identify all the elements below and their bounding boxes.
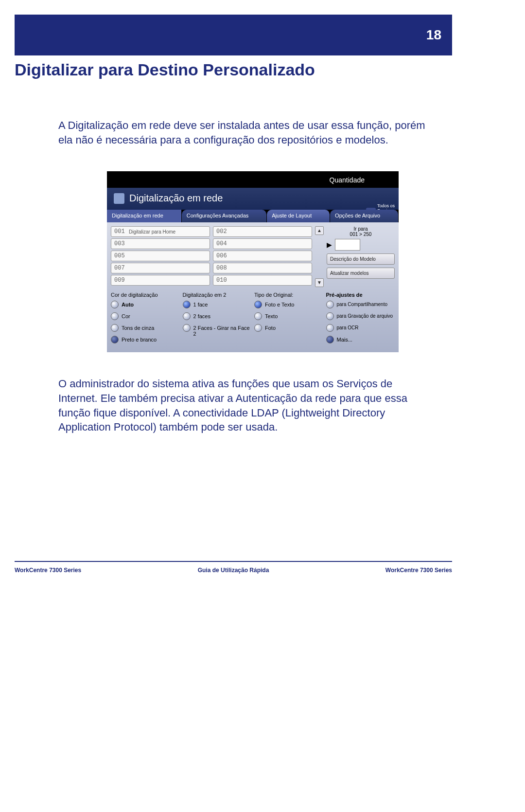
template-list-right: 002 004 006 008 010 [213, 226, 312, 287]
original-column: Tipo de Original: Foto e Texto Texto Fot… [254, 292, 323, 347]
device-screenshot: Quantidade Todos os Serviços Digitalizaç… [107, 171, 399, 352]
item-number: 005 [114, 253, 129, 259]
radio-icon [111, 324, 119, 332]
screen-title: Digitalização em rede [129, 193, 223, 204]
footer-left: WorkCentre 7300 Series [15, 567, 81, 574]
radio-icon [326, 301, 334, 308]
tab-layout-adjust[interactable]: Ajuste de Layout [267, 210, 330, 222]
radio-label: Tons de cinza [122, 324, 154, 331]
scroll-up-button[interactable]: ▲ [315, 226, 324, 235]
header-bar: 18 [15, 15, 452, 55]
item-text: Digitalizar para Home [129, 229, 175, 235]
refresh-templates-button[interactable]: Atualizar modelos [327, 268, 395, 279]
screen-top-bar: Quantidade [107, 171, 399, 188]
radio-icon [111, 301, 119, 308]
radio-icon [326, 312, 334, 320]
list-item[interactable]: 004 [213, 238, 312, 249]
radio-icon [111, 312, 119, 320]
preset-ocr[interactable]: para OCR [326, 324, 395, 332]
radio-icon [254, 312, 262, 320]
radio-label: Preto e branco [122, 336, 157, 343]
template-description-button[interactable]: Descrição do Modelo [327, 253, 395, 265]
quantity-label: Quantidade [330, 176, 365, 184]
radio-label: para Gravação de arquivo [337, 312, 393, 319]
tab-network-scan[interactable]: Digitalização em rede [107, 210, 182, 222]
tab-label: Ajuste de Layout [272, 213, 312, 218]
tab-strip: Digitalização em rede Configurações Avan… [107, 210, 399, 222]
preset-more[interactable]: Mais... [326, 336, 395, 343]
page-number: 18 [426, 27, 441, 43]
color-column: Cor de digitalização Auto Cor Tons de ci… [111, 292, 180, 347]
radio-icon [326, 324, 334, 332]
item-number: 004 [216, 240, 231, 247]
radio-icon [254, 301, 262, 308]
main-panel: 001Digitalizar para Home 003 005 007 009… [107, 222, 399, 352]
radio-icon [183, 324, 191, 332]
list-item[interactable]: 010 [213, 275, 312, 286]
footer-center: Guia de Utilização Rápida [198, 567, 269, 574]
radio-icon [183, 312, 191, 320]
radio-text[interactable]: Texto [254, 312, 323, 320]
item-number: 003 [114, 240, 129, 247]
intro-paragraph: A Digitalização em rede deve ser instala… [58, 118, 433, 147]
radio-icon [326, 336, 334, 343]
tab-label: Configurações Avançadas [187, 213, 249, 218]
sides-column: Digitalização em 2 1 face 2 faces 2 Face… [183, 292, 252, 347]
page: 18 Digitalizar para Destino Personalizad… [15, 15, 452, 574]
radio-2sided[interactable]: 2 faces [183, 312, 252, 320]
preset-archive[interactable]: para Gravação de arquivo [326, 312, 395, 320]
list-item[interactable]: 009 [111, 275, 210, 286]
options-row: Cor de digitalização Auto Cor Tons de ci… [111, 292, 395, 347]
goto-input[interactable] [335, 239, 360, 251]
list-item[interactable]: 008 [213, 263, 312, 273]
template-list-left: 001Digitalizar para Home 003 005 007 009 [111, 226, 210, 287]
radio-photo-text[interactable]: Foto e Texto [254, 301, 323, 308]
radio-label: Auto [122, 301, 134, 307]
radio-grayscale[interactable]: Tons de cinza [111, 324, 180, 332]
radio-label: 2 Faces - Girar na Face 2 [193, 324, 252, 337]
radio-2sided-rotate[interactable]: 2 Faces - Girar na Face 2 [183, 324, 252, 337]
tab-file-options[interactable]: Opções de Arquivo [330, 210, 399, 222]
scrollbar: ▲ ▼ [315, 226, 324, 287]
play-icon[interactable]: ▶ [327, 241, 332, 249]
column-header: Digitalização em 2 [183, 292, 252, 298]
radio-auto[interactable]: Auto [111, 301, 180, 308]
preset-sharing[interactable]: para Compartilhamento [326, 301, 395, 308]
column-header: Cor de digitalização [111, 292, 180, 298]
list-item[interactable]: 006 [213, 251, 312, 261]
page-title: Digitalizar para Destino Personalizado [15, 60, 452, 79]
radio-1sided[interactable]: 1 face [183, 301, 252, 308]
column-header: Pré-ajustes de [326, 292, 395, 298]
radio-label: Foto e Texto [265, 301, 294, 307]
radio-label: 2 faces [193, 312, 210, 319]
goto-label: Ir para 001 > 250 [327, 226, 395, 237]
item-number: 009 [114, 277, 129, 284]
radio-bw[interactable]: Preto e branco [111, 336, 180, 343]
radio-label: para Compartilhamento [337, 301, 388, 307]
radio-icon [254, 324, 262, 332]
scroll-down-button[interactable]: ▼ [315, 278, 324, 287]
radio-icon [183, 301, 191, 308]
radio-label: para OCR [337, 324, 359, 331]
item-number: 007 [114, 265, 129, 271]
radio-icon [111, 336, 119, 343]
side-controls: Ir para 001 > 250 ▶ Descrição do Modelo … [327, 226, 395, 287]
list-item[interactable]: 007 [111, 263, 210, 273]
radio-label: Mais... [337, 336, 352, 343]
tab-label: Digitalização em rede [112, 213, 163, 218]
radio-label: Cor [122, 312, 130, 319]
radio-label: Texto [265, 312, 278, 319]
page-footer: WorkCentre 7300 Series Guia de Utilizaçã… [15, 562, 452, 574]
item-number: 008 [216, 265, 231, 271]
radio-photo[interactable]: Foto [254, 324, 323, 332]
screen-title-row: Digitalização em rede [107, 188, 399, 210]
radio-color[interactable]: Cor [111, 312, 180, 320]
goto-range: 001 > 250 [327, 232, 395, 237]
scanner-icon [114, 193, 124, 204]
tab-advanced-settings[interactable]: Configurações Avançadas [182, 210, 267, 222]
radio-label: 1 face [193, 301, 208, 307]
list-item[interactable]: 005 [111, 251, 210, 261]
list-item[interactable]: 001Digitalizar para Home [111, 226, 210, 237]
list-item[interactable]: 003 [111, 238, 210, 249]
list-item[interactable]: 002 [213, 226, 312, 237]
